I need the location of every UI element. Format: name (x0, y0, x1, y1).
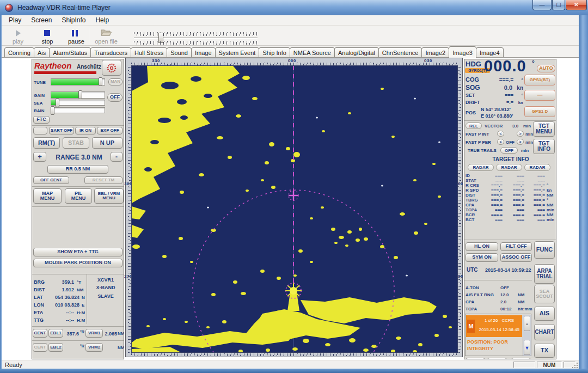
rain-slider-thumb[interactable] (51, 106, 54, 115)
exp-off-button[interactable]: EXP OFF (97, 127, 122, 134)
alert-item-selected[interactable]: M 1 of 26 - CCRS 2015-03-14 12:58:45 (466, 315, 522, 337)
mouse-park-button[interactable]: MOUSE PARK POSITION ON (33, 259, 122, 267)
tgt-info-button[interactable]: TGTINFO (533, 139, 555, 154)
close-button[interactable]: ✕ (566, 0, 587, 10)
off-button[interactable]: OFF (107, 93, 122, 102)
filt-off-button[interactable]: FILT OFF (500, 242, 532, 251)
range-plus-button[interactable]: + (33, 152, 46, 162)
range-rings-button[interactable]: RR 0.5 NM (47, 165, 108, 174)
past-pint-decrease-button[interactable]: < (497, 131, 504, 137)
hdg-auto-button[interactable]: AUTO (537, 65, 555, 72)
gain-slider-thumb[interactable] (78, 90, 82, 99)
playback-slider-track[interactable] (134, 38, 258, 39)
menu-screen[interactable]: Screen (26, 15, 57, 25)
menu-help[interactable]: Help (90, 15, 114, 25)
sart-off-button[interactable]: SART OFF (49, 127, 74, 134)
rm-t-button[interactable]: RM(T) (33, 137, 60, 149)
n-up-button[interactable]: N UP (92, 137, 122, 149)
play-icon[interactable] (16, 30, 21, 36)
tab-transducers[interactable]: Transducers (90, 47, 131, 57)
arpa-trial-button[interactable]: ARPATRIAL (534, 264, 555, 284)
sea-slider-thumb[interactable] (56, 99, 59, 107)
radar-source-button-1[interactable]: RADAR (468, 164, 494, 171)
stop-icon[interactable] (44, 30, 50, 36)
cent1-button[interactable]: CENT (33, 329, 47, 338)
scroll-down-button[interactable]: ▼ (524, 340, 530, 355)
cent2-button[interactable]: CENT (33, 343, 47, 352)
vrm2-button[interactable]: VRM2 (85, 343, 103, 352)
clipped-button-2[interactable] (487, 358, 507, 359)
menu-play[interactable]: Play (4, 15, 26, 25)
anschuetz-logo-button[interactable] (102, 60, 121, 76)
clipped-button-3[interactable] (511, 358, 531, 359)
clipped-button-1[interactable] (465, 358, 485, 359)
alert-scrollbar[interactable]: ▲ ▼ (523, 315, 531, 356)
man-button[interactable]: MAN (108, 78, 122, 85)
pos-source-button[interactable]: GPS1 D (524, 106, 555, 117)
scroll-up-button[interactable]: ▲ (524, 316, 530, 331)
tab-image[interactable]: Image (191, 47, 216, 57)
tgt-menu-button[interactable]: TGTMENU (533, 121, 555, 137)
tab-conning[interactable]: Conning (4, 47, 34, 57)
reset-tm-button[interactable]: RESET TM (84, 176, 122, 184)
title-bar[interactable]: Headway VDR Real-time Player — ▢ ✕ (0, 0, 588, 15)
tab-analog-digital[interactable]: Analog/Digital (334, 47, 379, 57)
rain-slider[interactable] (51, 107, 105, 113)
stop-button-label[interactable]: stop (36, 38, 58, 45)
tab-chnsentence[interactable]: ChnSentence (378, 47, 422, 57)
stab-button[interactable]: STAB (63, 137, 89, 149)
ebl-vrm-menu-button[interactable]: EBL / VRMMENU (94, 188, 124, 204)
tx-button[interactable]: TX (534, 344, 555, 358)
tab-ais[interactable]: Ais (34, 47, 50, 57)
radar-ppi-display[interactable] (131, 65, 458, 353)
menu-shipinfo[interactable]: ShipInfo (57, 15, 90, 25)
pil-menu-button[interactable]: PILMENU (65, 188, 92, 204)
pause-button-label[interactable]: pause (64, 38, 88, 45)
past-pper-increase-button[interactable]: > (517, 139, 524, 145)
pause-icon[interactable] (72, 30, 74, 36)
tab-image3[interactable]: Image3 (449, 46, 476, 58)
tab-nmea-source[interactable]: NMEA Source (290, 47, 335, 57)
true-trails-button[interactable]: OFF (500, 147, 518, 154)
show-eta-ttg-button[interactable]: SHOW ETA + TTG (33, 248, 122, 256)
tune-slider[interactable] (51, 78, 105, 85)
hl-on-button[interactable]: HL ON (465, 242, 498, 251)
tab-hull-stress[interactable]: Hull Stress (131, 47, 167, 57)
open-file-icon[interactable] (101, 28, 112, 36)
ais-button[interactable]: AIS (534, 307, 555, 321)
maximize-button[interactable]: ▢ (552, 0, 565, 10)
tab-ship-info[interactable]: Ship Info (259, 47, 290, 57)
ir-on-button[interactable]: IR ON (75, 127, 96, 134)
minimize-button[interactable]: — (532, 0, 552, 10)
tab-image2[interactable]: Image2 (421, 47, 449, 57)
radar-source-button-2[interactable]: RADAR (496, 164, 522, 171)
tab-system-event[interactable]: System Event (215, 47, 260, 57)
resize-grip[interactable] (572, 363, 578, 369)
radar-source-button-3[interactable]: RADAR (524, 164, 550, 171)
set-source-button[interactable]: — (524, 90, 555, 101)
ebl2-button[interactable]: EBL2 (48, 343, 63, 352)
ebl1-button[interactable]: EBL1 (48, 329, 63, 338)
sea-scout-button[interactable]: SEASCOUT (534, 285, 555, 303)
tune-slider-thumb[interactable] (99, 77, 102, 86)
tab-sound[interactable]: Sound (167, 47, 192, 57)
ftc-button[interactable]: FTC (33, 116, 50, 124)
unlabeled-button[interactable] (33, 127, 47, 134)
assoc-off-button[interactable]: ASSOC OFF (500, 253, 532, 262)
map-menu-button[interactable]: MAPMENU (33, 188, 62, 204)
vrm1-button[interactable]: VRM1 (85, 329, 103, 338)
past-pper-decrease-button[interactable]: < (497, 139, 504, 145)
tab-image4[interactable]: Image4 (476, 47, 504, 57)
cog-source-button[interactable]: GPS1(BT) (524, 75, 555, 85)
tab-alarm-status[interactable]: Alarm/Status (49, 47, 91, 57)
gain-slider[interactable] (51, 91, 105, 99)
range-minus-button[interactable]: - (111, 152, 122, 162)
chart-button[interactable]: CHART (534, 324, 555, 340)
sym-on-button[interactable]: SYM ON (465, 253, 498, 262)
past-pint-increase-button[interactable]: > (517, 131, 524, 137)
open-file-button-label[interactable]: open file (91, 38, 121, 45)
func-button[interactable]: FUNC (534, 241, 555, 259)
off-cent-button[interactable]: OFF CENT (33, 176, 69, 184)
sea-slider[interactable] (51, 100, 105, 106)
play-button-label[interactable]: play (7, 38, 29, 45)
